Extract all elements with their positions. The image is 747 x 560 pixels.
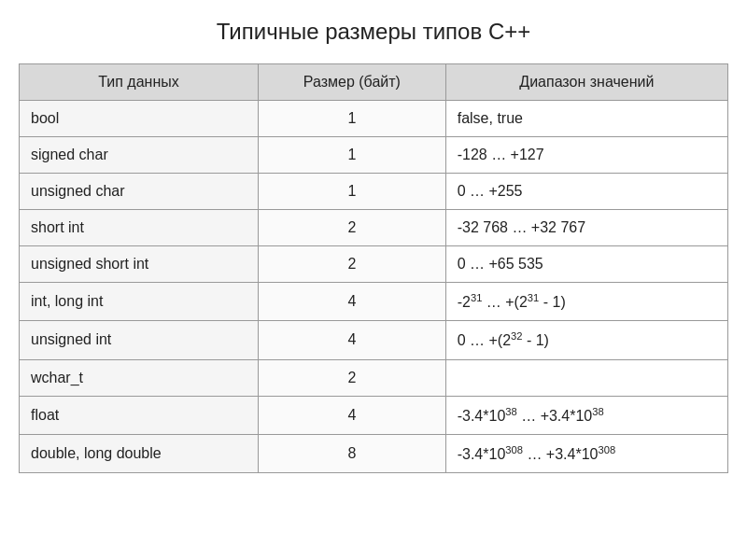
table-row: int, long int4-231 … +(231 - 1) (20, 283, 728, 321)
cell-size: 1 (259, 101, 446, 137)
cell-size: 4 (259, 396, 446, 434)
cell-type: unsigned int (20, 321, 259, 359)
cell-range: -128 … +127 (445, 137, 727, 174)
cell-type: wchar_t (20, 359, 259, 396)
table-row: signed char1-128 … +127 (20, 137, 728, 174)
table-body: bool1false, truesigned char1-128 … +127u… (20, 101, 728, 473)
cell-size: 1 (259, 137, 446, 174)
table-row: float4-3.4*1038 … +3.4*1038 (20, 396, 728, 434)
cell-type: short int (20, 210, 259, 246)
page-title: Типичные размеры типов С++ (19, 19, 728, 45)
cell-size: 8 (259, 434, 446, 472)
cell-range (445, 359, 727, 396)
table-row: unsigned int40 … +(232 - 1) (20, 321, 728, 359)
cell-type: double, long double (20, 434, 259, 472)
cell-range: false, true (445, 101, 727, 137)
cell-type: unsigned char (20, 174, 259, 210)
cell-range: -32 768 … +32 767 (445, 210, 727, 246)
col-header-range: Диапазон значений (445, 64, 727, 101)
table-row: wchar_t2 (20, 359, 728, 396)
cell-range: 0 … +255 (445, 174, 727, 210)
cell-range: -3.4*1038 … +3.4*1038 (445, 396, 727, 434)
cell-type: bool (20, 101, 259, 137)
table-row: short int2-32 768 … +32 767 (20, 210, 728, 246)
cell-type: signed char (20, 137, 259, 174)
main-container: Типичные размеры типов С++ Тип данных Ра… (19, 19, 728, 473)
cell-size: 4 (259, 321, 446, 359)
cell-type: float (20, 396, 259, 434)
table-header-row: Тип данных Размер (байт) Диапазон значен… (20, 64, 728, 101)
col-header-type: Тип данных (20, 64, 259, 101)
cell-size: 2 (259, 359, 446, 396)
table-row: unsigned short int20 … +65 535 (20, 246, 728, 283)
cell-size: 2 (259, 210, 446, 246)
cell-size: 1 (259, 174, 446, 210)
cell-range: 0 … +65 535 (445, 246, 727, 283)
cell-size: 4 (259, 283, 446, 321)
cell-type: int, long int (20, 283, 259, 321)
cell-range: -3.4*10308 … +3.4*10308 (445, 434, 727, 472)
cell-range: 0 … +(232 - 1) (445, 321, 727, 359)
cell-range: -231 … +(231 - 1) (445, 283, 727, 321)
col-header-size: Размер (байт) (259, 64, 446, 101)
table-row: double, long double8-3.4*10308 … +3.4*10… (20, 434, 728, 472)
table-row: bool1false, true (20, 101, 728, 137)
data-table: Тип данных Размер (байт) Диапазон значен… (19, 63, 728, 473)
cell-size: 2 (259, 246, 446, 283)
cell-type: unsigned short int (20, 246, 259, 283)
table-row: unsigned char10 … +255 (20, 174, 728, 210)
